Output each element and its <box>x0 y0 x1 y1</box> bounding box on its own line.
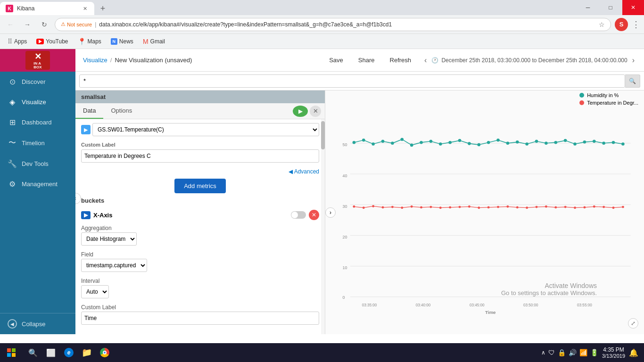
add-metrics-button[interactable]: Add metrics <box>174 179 226 193</box>
tab-data[interactable]: Data <box>75 103 103 119</box>
panel-actions: ▶ ✕ <box>293 103 325 119</box>
search-button[interactable]: 🔍 <box>625 74 640 88</box>
chrome-taskbar-icon[interactable] <box>96 344 113 361</box>
search-taskbar-icon[interactable]: 🔍 <box>25 344 41 361</box>
delete-button[interactable]: ✕ <box>309 210 319 220</box>
tab-close-button[interactable]: ✕ <box>81 5 89 12</box>
time-prev-button[interactable]: ‹ <box>422 56 429 65</box>
metric-field-select[interactable]: GS.SW01.Temperature(C) <box>92 123 319 136</box>
advanced-link[interactable]: ◀ Advanced <box>81 168 319 175</box>
svg-text:20: 20 <box>342 235 347 239</box>
legend-item-humidity: Humidity in % <box>579 92 638 98</box>
back-button[interactable]: ← <box>4 18 17 31</box>
x-axis-toggle[interactable] <box>291 211 306 219</box>
chrome-icon <box>100 348 109 357</box>
chevron-up-icon[interactable]: ∧ <box>541 349 545 356</box>
aggregation-select[interactable]: Date Histogram <box>81 232 137 246</box>
new-tab-button[interactable]: + <box>96 2 109 15</box>
gmail-bookmark[interactable]: M Gmail <box>139 37 169 46</box>
svg-point-15 <box>381 140 385 143</box>
url-bar[interactable]: ⚠ Not secure | data.xinabox.cc/elk/app/k… <box>55 18 611 31</box>
right-panel-toggle[interactable]: › <box>325 207 336 218</box>
refresh-button[interactable]: Refresh <box>386 55 415 66</box>
clock-icon: 🕐 <box>431 57 438 64</box>
news-bookmark[interactable]: N News <box>107 37 137 46</box>
panel-close-button[interactable]: ✕ <box>310 106 321 117</box>
svg-point-41 <box>353 206 355 208</box>
search-input[interactable] <box>79 74 625 88</box>
svg-point-38 <box>602 142 605 145</box>
svg-point-66 <box>593 206 595 208</box>
metric-section: ▶ GS.SW01.Temperature(C) <box>81 123 319 136</box>
custom-label-input[interactable] <box>81 149 319 163</box>
apps-bookmark[interactable]: ⠿ Apps <box>4 37 31 46</box>
folder-taskbar-icon[interactable]: 📁 <box>78 344 95 361</box>
play-icon: ▶ <box>298 108 303 115</box>
gmail-icon: M <box>143 38 149 45</box>
sidebar-item-discover[interactable]: ⊙ Discover <box>0 72 75 92</box>
cortana-icon[interactable]: ⬜ <box>42 344 59 361</box>
breadcrumb-link[interactable]: Visualize <box>83 57 107 64</box>
notifications-icon[interactable]: 🔔 <box>629 348 638 357</box>
breadcrumb-current: New Visualization (unsaved) <box>115 57 192 64</box>
collapse-label: Collapse <box>22 321 46 328</box>
dashboard-icon: ⊞ <box>8 118 17 127</box>
news-icon: N <box>111 38 117 45</box>
field-select[interactable]: timestamp.captured <box>81 259 147 272</box>
custom-label-title: Custom Label <box>81 142 319 148</box>
time-range-text: December 25th 2018, 03:30:00.000 to Dece… <box>441 57 627 64</box>
sidebar-item-visualize[interactable]: ◈ Visualize <box>0 92 75 112</box>
system-clock[interactable]: 4:35 PM 3/13/2019 <box>602 346 625 359</box>
panel-header: smallsat <box>75 90 325 103</box>
svg-text:03:45:00: 03:45:00 <box>470 303 485 307</box>
maps-bookmark[interactable]: 📍 Maps <box>74 37 105 46</box>
legend-temperature-label: Temperature in Degr... <box>587 100 638 106</box>
innabox-logo: ✕ IN ABOX <box>25 51 50 70</box>
time-next-button[interactable]: › <box>630 56 636 65</box>
scroll-indicator[interactable] <box>321 119 325 334</box>
clock-time: 4:35 PM <box>602 346 625 353</box>
reload-button[interactable]: ↻ <box>38 18 51 31</box>
svg-point-30 <box>525 142 528 146</box>
sidebar-item-management[interactable]: ⚙ Management <box>0 174 75 194</box>
expand-icon[interactable]: ⤢ <box>628 318 638 329</box>
speaker-icon[interactable]: 🔊 <box>569 349 577 356</box>
browser-tab[interactable]: K Kibana ✕ <box>0 2 94 15</box>
svg-rect-77 <box>12 348 16 352</box>
wifi-icon[interactable]: 📶 <box>579 349 587 356</box>
content-area: Visualize / New Visualization (unsaved) … <box>75 49 644 334</box>
kibana-app: ✕ IN ABOX ⊙ Discover ◈ Visualize ⊞ Dashb… <box>0 49 644 334</box>
minimize-button[interactable]: ─ <box>577 0 599 15</box>
breadcrumb-separator: / <box>110 57 112 64</box>
browser-menu-button[interactable]: ⋮ <box>632 19 640 30</box>
interval-select[interactable]: Auto <box>81 285 109 298</box>
youtube-bookmark[interactable]: YouTube <box>33 37 72 46</box>
svg-point-23 <box>458 139 462 142</box>
sidebar-item-label: Visualize <box>22 99 46 106</box>
svg-point-61 <box>545 206 547 208</box>
share-button[interactable]: Share <box>355 55 379 66</box>
run-button[interactable]: ▶ <box>293 106 308 117</box>
x-axis-badge: ▶ <box>81 211 91 219</box>
sidebar-item-dashboard[interactable]: ⊞ Dashboard <box>0 112 75 132</box>
sidebar-item-dev-tools[interactable]: 🔧 Dev Tools <box>0 154 75 174</box>
svg-text:03:55:00: 03:55:00 <box>577 303 592 307</box>
left-panel: smallsat Data Options ▶ ✕ <box>75 90 325 334</box>
close-button[interactable]: ✕ <box>622 0 644 15</box>
right-panel: Humidity in % Temperature in Degr... 0 1… <box>325 90 644 334</box>
ie-taskbar-icon[interactable]: e <box>60 344 77 361</box>
save-button[interactable]: Save <box>325 55 347 66</box>
forward-button[interactable]: → <box>21 18 34 31</box>
tab-options[interactable]: Options <box>103 103 140 119</box>
bookmark-star[interactable]: ☆ <box>599 21 605 28</box>
collapse-button[interactable]: ◀ Collapse <box>0 313 75 334</box>
maximize-button[interactable]: □ <box>600 0 621 15</box>
start-button[interactable] <box>0 343 23 362</box>
svg-point-60 <box>536 206 538 208</box>
vpn-icon: 🔒 <box>558 349 566 356</box>
profile-button[interactable]: S <box>615 18 628 31</box>
sidebar-item-timelion[interactable]: 〜 Timelion <box>0 132 75 154</box>
aggregation-section: Aggregation Date Histogram <box>81 225 319 246</box>
custom-label-x-input[interactable] <box>81 312 319 325</box>
svg-point-24 <box>468 142 471 145</box>
